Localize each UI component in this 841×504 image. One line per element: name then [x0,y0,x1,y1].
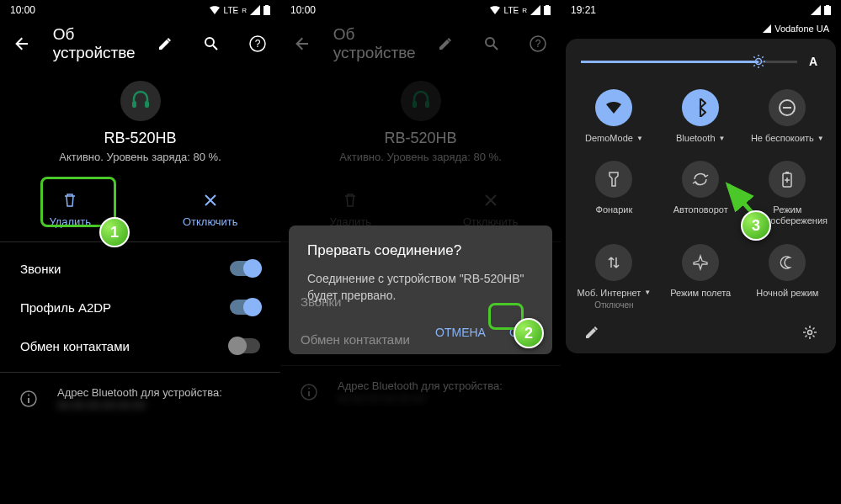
edit-button[interactable] [149,27,182,61]
svg-point-13 [486,38,494,46]
battery-icon [544,5,551,15]
settings-list: Звонки Профиль A2DP Обмен контактами [0,242,280,372]
signal-icon [530,5,540,15]
setting-calls[interactable]: Звонки [0,249,280,288]
wifi-icon [209,5,221,15]
status-icons: LTE R [489,5,551,15]
setting-contacts[interactable]: Обмен контактами [0,326,280,365]
status-bar: 19:21 [561,0,841,20]
setting-a2dp[interactable]: Профиль A2DP [0,288,280,326]
contacts-switch[interactable] [230,338,260,353]
edit-tiles-button[interactable] [584,325,599,340]
trash-icon [60,190,80,210]
calls-switch[interactable] [230,261,260,276]
headset-icon [401,81,441,121]
disconnect-label: Отключить [141,215,281,228]
device-name: RB-520HB [280,130,561,147]
network-label: LTE [504,6,519,15]
back-button [287,27,320,61]
marker-3: 3 [741,210,771,241]
help-button[interactable]: ? [241,27,274,61]
network-label: LTE [224,6,239,15]
svg-rect-12 [546,5,549,6]
auto-brightness-icon[interactable]: A [806,54,821,69]
svg-point-21 [308,388,310,390]
network-r-icon: R [242,7,247,14]
search-button[interactable] [194,27,227,61]
svg-rect-1 [265,5,269,6]
action-row: Удалить Отключить [0,180,280,242]
page-title: Об устройстве [53,25,136,62]
wifi-icon [595,89,632,126]
device-header: RB-520HB Активно. Уровень заряда: 80 %. [280,67,561,180]
device-header: RB-520HB Активно. Уровень заряда: 80 %. [0,67,280,180]
device-name: RB-520HB [0,130,280,147]
quick-settings-panel: A DemoMode▼ Bluetooth▼ Не беспокоить▼ Фо… [566,39,836,353]
svg-rect-11 [544,6,551,15]
phone-screen-1: 10:00 LTE R Об устройстве ? RB-520HB Акт… [0,0,280,504]
headset-icon [120,81,161,121]
brightness-thumb-icon[interactable] [752,55,765,68]
dnd-tile[interactable]: Не беспокоить▼ [746,84,829,149]
toolbar: Об устройстве ? [280,20,561,67]
svg-rect-17 [413,101,417,108]
status-time: 19:21 [571,4,596,16]
disconnect-action[interactable]: Отключить [141,180,281,241]
bluetooth-address-row: Адрес Bluetooth для устройства: 00:00:00… [280,365,561,418]
signal-icon [811,5,821,15]
network-r-icon: R [522,7,527,14]
svg-rect-22 [824,6,831,15]
svg-line-31 [753,65,755,66]
svg-point-24 [755,58,761,64]
carrier-row: Vodafone UA [561,20,841,35]
flashlight-icon [595,161,632,198]
settings-button[interactable] [802,325,817,340]
chevron-down-icon: ▼ [817,135,824,143]
status-icons: LTE R [209,5,270,15]
brightness-slider[interactable]: A [572,49,829,84]
carrier-label: Vodafone UA [774,24,829,34]
chevron-down-icon: ▼ [636,135,643,143]
dialog-title: Прервать соединение? [307,242,534,259]
data-icon [595,244,632,281]
rotate-icon [682,161,719,198]
device-status: Активно. Уровень заряда: 80 %. [0,151,280,163]
back-button[interactable] [7,27,40,61]
svg-line-14 [493,45,498,50]
chevron-down-icon: ▼ [719,135,726,143]
svg-text:A: A [809,55,817,68]
svg-point-38 [808,330,812,334]
status-bar: 10:00 LTE R [280,0,561,20]
marker-2: 2 [514,318,544,348]
page-title: Об устройстве [333,25,416,62]
svg-line-3 [213,45,217,50]
airplane-icon [682,244,719,281]
svg-rect-0 [263,6,270,15]
bt-address-value: 00:00:00:00:00:00 [57,399,222,411]
flashlight-tile[interactable]: Фонарик [572,156,656,231]
signal-small-icon [763,24,771,33]
help-button: ? [521,27,554,61]
edit-button [429,27,462,61]
svg-text:?: ? [254,38,260,50]
airplane-tile[interactable]: Режим полета [659,239,743,315]
status-time: 10:00 [10,4,35,16]
svg-point-10 [28,395,29,396]
info-icon [20,390,37,407]
setting-calls: Звонки [280,283,561,321]
night-mode-tile[interactable]: Ночной режим [746,239,829,315]
dnd-icon [769,89,806,126]
bluetooth-tile[interactable]: Bluetooth▼ [659,84,743,149]
device-status: Активно. Уровень заряда: 80 %. [280,151,561,163]
svg-line-29 [753,56,755,58]
svg-rect-18 [425,101,429,108]
mobile-data-tile[interactable]: Моб. Интернет▼ Отключен [572,239,656,315]
wifi-tile[interactable]: DemoMode▼ [572,84,656,149]
marker-1: 1 [99,217,130,247]
a2dp-switch[interactable] [230,300,260,315]
svg-rect-37 [785,172,789,173]
svg-line-32 [762,56,764,58]
bluetooth-icon [682,89,719,126]
signal-icon [250,5,260,15]
chevron-down-icon: ▼ [644,289,651,297]
